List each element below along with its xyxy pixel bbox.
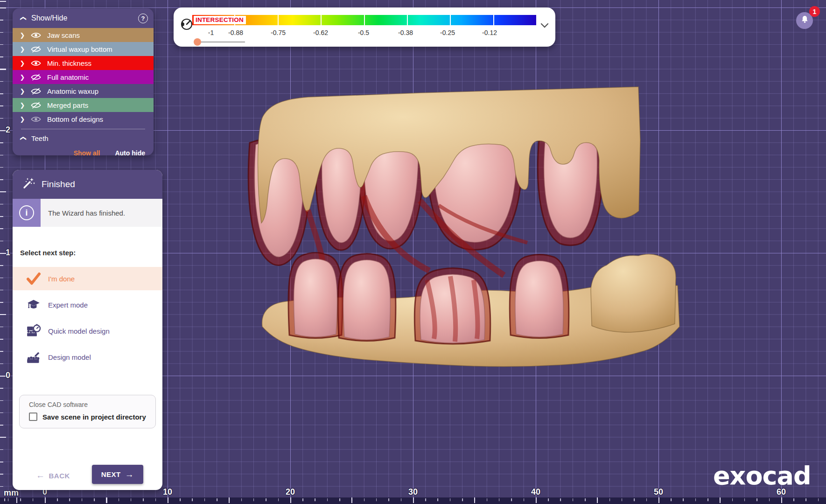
back-label: BACK bbox=[49, 472, 70, 480]
wizard-title: Finished bbox=[42, 179, 75, 189]
teeth-group-header[interactable]: ❯ Teeth bbox=[13, 132, 154, 145]
back-button[interactable]: ← BACK bbox=[36, 470, 70, 481]
magic-wand-icon bbox=[22, 177, 35, 192]
layer-row-min-thickness[interactable]: ❯ Min. thickness bbox=[13, 56, 154, 70]
h-ruler-label: 20 bbox=[286, 487, 295, 497]
collapse-chevron-down-icon[interactable] bbox=[540, 21, 549, 30]
intersection-slider-handle[interactable] bbox=[194, 38, 201, 46]
gradient-tick-label: -0.75 bbox=[271, 29, 286, 36]
layer-row-full-anatomic[interactable]: ❯ Full anatomic bbox=[13, 70, 154, 84]
eye-off-icon[interactable] bbox=[31, 102, 41, 109]
next-label: NEXT bbox=[101, 470, 121, 478]
next-button[interactable]: NEXT → bbox=[92, 465, 143, 484]
close-cad-label: Close CAD software bbox=[29, 401, 155, 408]
intersection-card: INTERSECTION -1 -0.88 -0.75 -0.62 -0.5 -… bbox=[174, 7, 555, 47]
h-ruler-label: 50 bbox=[654, 487, 663, 497]
wizard-header: Finished bbox=[13, 170, 162, 199]
layer-row-jaw-scans[interactable]: ❯ Jaw scans bbox=[13, 28, 154, 42]
layer-label: Jaw scans bbox=[47, 31, 80, 39]
layer-row-bottom-of-designs[interactable]: ❯ Bottom of designs bbox=[13, 112, 154, 126]
eye-icon[interactable] bbox=[31, 32, 41, 39]
model-3d-viewport[interactable] bbox=[215, 70, 709, 387]
layer-row-merged-parts[interactable]: ❯ Merged parts bbox=[13, 98, 154, 112]
gauge-icon bbox=[180, 18, 193, 33]
chevron-right-icon[interactable]: ❯ bbox=[19, 88, 26, 95]
exocad-logo: exocad bbox=[713, 461, 811, 490]
lower-molar-scan bbox=[591, 254, 676, 332]
teeth-group-label: Teeth bbox=[31, 134, 49, 142]
chevron-right-icon[interactable]: ❯ bbox=[19, 60, 26, 67]
option-label: Design model bbox=[48, 353, 91, 361]
wizard-message-banner: i The Wizard has finished. bbox=[13, 199, 162, 227]
save-scene-label: Save scene in project directory bbox=[42, 413, 146, 421]
chevron-right-icon[interactable]: ❯ bbox=[19, 46, 26, 53]
eye-partial-icon[interactable] bbox=[31, 116, 41, 123]
select-next-step-label: Select next step: bbox=[20, 249, 76, 257]
layer-label: Bottom of designs bbox=[47, 115, 103, 123]
gradient-tick-label: -0.38 bbox=[398, 29, 413, 36]
v-ruler-label: 2 bbox=[6, 125, 10, 135]
auto-hide-button[interactable]: Auto hide bbox=[115, 149, 145, 155]
v-ruler-label: 0 bbox=[6, 371, 10, 380]
chevron-right-icon[interactable]: ❯ bbox=[19, 116, 26, 123]
option-im-done[interactable]: I'm done bbox=[13, 267, 162, 290]
chevron-right-icon[interactable]: ❯ bbox=[19, 102, 26, 109]
arrow-right-icon: → bbox=[125, 469, 134, 480]
layer-label: Min. thickness bbox=[47, 59, 91, 67]
info-icon: i bbox=[13, 199, 41, 227]
save-scene-row[interactable]: Save scene in project directory bbox=[29, 413, 155, 421]
wizard-panel: Finished i The Wizard has finished. Sele… bbox=[13, 170, 162, 490]
bell-icon bbox=[800, 15, 809, 26]
close-cad-group: Close CAD software Save scene in project… bbox=[19, 395, 156, 428]
option-label: Expert mode bbox=[48, 301, 88, 309]
show-hide-title: Show/Hide bbox=[31, 14, 138, 22]
layer-label: Anatomic waxup bbox=[47, 87, 98, 95]
layer-label: Merged parts bbox=[47, 101, 88, 109]
layer-label: Full anatomic bbox=[47, 73, 89, 81]
gradient-tick-label: -0.5 bbox=[358, 29, 369, 36]
option-design-model[interactable]: Design model bbox=[13, 345, 162, 369]
horizontal-ruler-ticks-major bbox=[0, 497, 826, 503]
model-stopwatch-icon bbox=[25, 322, 42, 340]
eye-off-icon[interactable] bbox=[31, 74, 41, 81]
save-scene-checkbox[interactable] bbox=[29, 413, 37, 421]
eye-off-icon[interactable] bbox=[31, 88, 41, 95]
arrow-left-icon: ← bbox=[36, 470, 45, 481]
layer-label: Virtual waxup bottom bbox=[47, 45, 112, 53]
option-label: I'm done bbox=[48, 275, 75, 283]
intersection-title: INTERSECTION bbox=[194, 16, 246, 24]
checkmark-icon bbox=[25, 270, 42, 287]
show-all-button[interactable]: Show all bbox=[74, 149, 100, 155]
graduation-cap-icon bbox=[25, 296, 42, 314]
eye-icon[interactable] bbox=[31, 60, 41, 67]
chevron-up-icon[interactable]: ❯ bbox=[19, 15, 26, 21]
option-label: Quick model design bbox=[48, 327, 110, 335]
show-hide-panel: ❯ Show/Hide ? ❯ Jaw scans ❯ Virtual waxu… bbox=[13, 8, 154, 155]
divider bbox=[21, 129, 145, 129]
h-ruler-label: 30 bbox=[408, 487, 418, 497]
h-ruler-label: 10 bbox=[163, 487, 172, 497]
chevron-right-icon[interactable]: ❯ bbox=[19, 32, 26, 39]
wizard-message: The Wizard has finished. bbox=[41, 199, 162, 227]
intersection-slider-track[interactable] bbox=[197, 42, 245, 42]
show-hide-header[interactable]: ❯ Show/Hide ? bbox=[13, 8, 154, 28]
help-icon[interactable]: ? bbox=[138, 14, 148, 23]
notification-count-badge[interactable]: 1 bbox=[809, 6, 820, 17]
chevron-up-icon[interactable]: ❯ bbox=[19, 135, 26, 141]
chevron-right-icon[interactable]: ❯ bbox=[19, 74, 26, 81]
option-expert-mode[interactable]: Expert mode bbox=[13, 293, 162, 316]
h-ruler-label: 40 bbox=[531, 487, 540, 497]
v-ruler-label: 1 bbox=[6, 248, 10, 258]
model-pencil-icon bbox=[25, 348, 42, 366]
layer-row-anatomic-waxup[interactable]: ❯ Anatomic waxup bbox=[13, 84, 154, 98]
eye-off-icon[interactable] bbox=[31, 46, 41, 53]
gradient-tick-label: -0.62 bbox=[313, 29, 328, 36]
gradient-tick-label: -1 bbox=[208, 29, 214, 36]
exocad-application: { "show_hide": { "title": "Show/Hide", "… bbox=[0, 0, 826, 504]
gradient-tick-label: -0.88 bbox=[228, 29, 243, 36]
gradient-tick-label: -0.25 bbox=[440, 29, 455, 36]
option-quick-model-design[interactable]: Quick model design bbox=[13, 319, 162, 343]
layer-row-virtual-waxup-bottom[interactable]: ❯ Virtual waxup bottom bbox=[13, 42, 154, 56]
gradient-tick-label: -0.12 bbox=[482, 29, 497, 36]
